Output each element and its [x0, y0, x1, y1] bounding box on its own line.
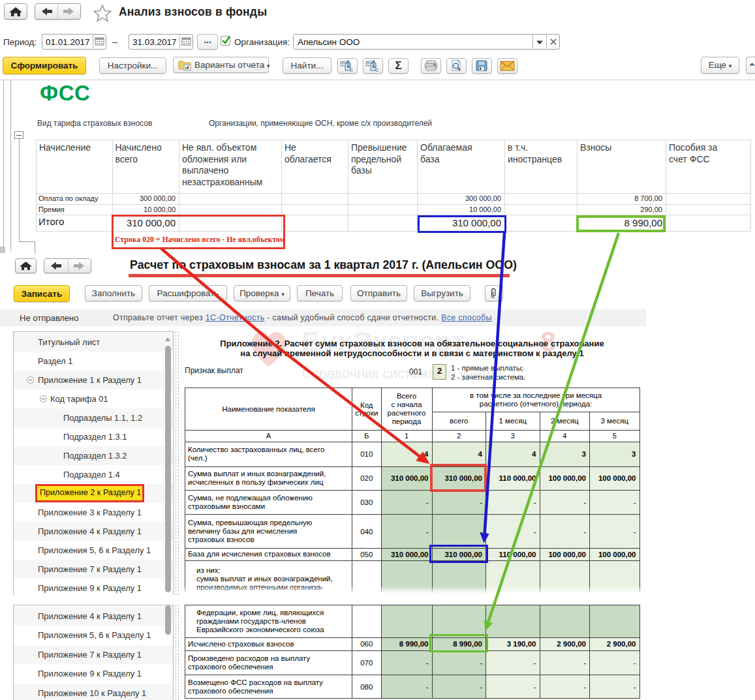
svg-text:С: С [375, 68, 378, 72]
svg-text:А: А [372, 59, 375, 64]
svg-text:С: С [350, 68, 353, 72]
svg-text:А: А [347, 59, 350, 64]
